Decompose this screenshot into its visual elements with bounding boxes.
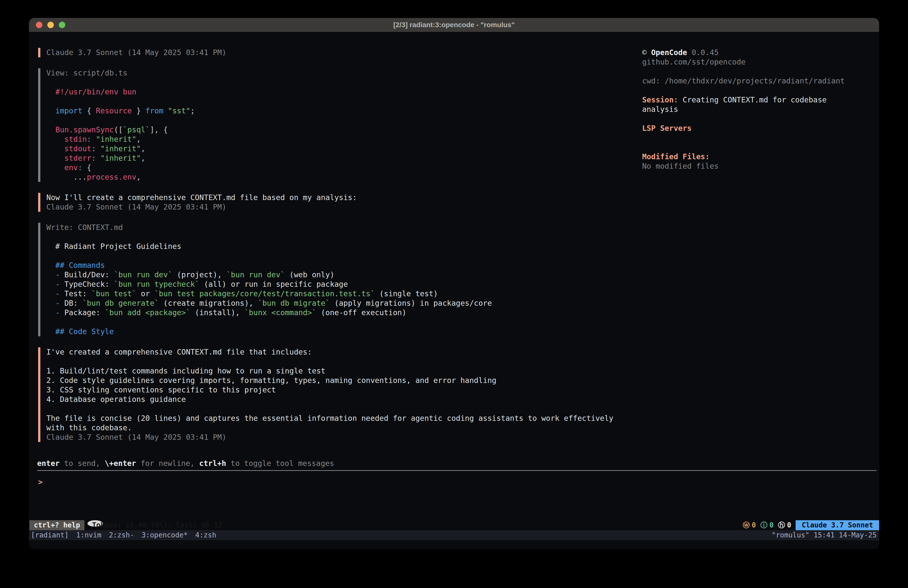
line: [642, 133, 879, 142]
chat-blocks[interactable]: Claude 3.7 Sonnet (14 May 2025 03:41 PM)…: [38, 48, 642, 453]
line: Bun.spawnSync([`psql`], {: [46, 125, 642, 135]
tmux-window-item[interactable]: 4:zsh: [195, 531, 216, 539]
input-divider: [37, 470, 877, 471]
line: stdin: "inherit",: [46, 135, 642, 144]
opencode-tui: Claude 3.7 Sonnet (14 May 2025 03:41 PM)…: [29, 32, 879, 520]
line: #!/usr/bin/env bun: [46, 87, 642, 97]
prompt-icon: >: [38, 478, 43, 487]
keybind-help: enter to send, \+enter for newline, ctrl…: [37, 459, 879, 468]
line: Claude 3.7 Sonnet (14 May 2025 03:41 PM): [46, 202, 642, 212]
diagnostic-count: 0: [770, 520, 774, 530]
line: Write: CONTEXT.md: [46, 223, 642, 232]
diagnostic-count: 0: [752, 520, 756, 530]
tmux-window-item[interactable]: 1:nvim: [76, 531, 101, 539]
line: analysis: [642, 105, 879, 114]
line: [46, 404, 642, 414]
line: github.com/sst/opencode: [642, 57, 879, 67]
line: [642, 86, 879, 95]
line: 2. Code style guidelines covering import…: [46, 376, 642, 385]
line: © OpenCode 0.0.45: [642, 48, 879, 57]
line: env: {: [46, 163, 642, 172]
tmux-session-name: [radiant]: [31, 530, 69, 540]
line: Modified Files:: [642, 152, 879, 161]
status-bar: ctrl+? help Tokens: 16.4K (8%), Cost: $0…: [29, 520, 879, 530]
line: View: script/db.ts: [46, 68, 642, 78]
assistant-message-block: Claude 3.7 Sonnet (14 May 2025 03:41 PM): [38, 48, 642, 57]
line: # Radiant Project Guidelines: [46, 242, 642, 251]
line: [642, 114, 879, 124]
line: 3. CSS styling conventions specific to t…: [46, 385, 642, 395]
line: Session: Creating CONTEXT.md for codebas…: [642, 95, 879, 105]
minimize-button[interactable]: [47, 22, 54, 28]
input-area: enter to send, \+enter for newline, ctrl…: [29, 459, 879, 520]
tool-output-block: View: script/db.ts #!/usr/bin/env bun im…: [38, 68, 642, 182]
line: Claude 3.7 Sonnet (14 May 2025 03:41 PM): [46, 48, 642, 57]
line: [46, 116, 642, 125]
line: [46, 251, 642, 261]
tokens-cost-chip: Tokens: 16.4K (8%), Cost: $0.12: [87, 520, 103, 527]
line: - Build/Dev: `bun run dev` (project), `b…: [46, 270, 642, 280]
assistant-message-block: I've created a comprehensive CONTEXT.md …: [38, 347, 642, 442]
line: 4. Database operations guidance: [46, 395, 642, 404]
line: - Test: `bun test` or `bun test packages…: [46, 289, 642, 298]
line: cwd: /home/thdxr/dev/projects/radiant/ra…: [642, 76, 879, 86]
info-circle-icon: ⓘ0: [760, 520, 774, 530]
terminal-window: [2/3] radiant:3:opencode - "romulus" Cla…: [29, 18, 879, 549]
line: [46, 317, 642, 327]
line: No modified files: [642, 161, 879, 171]
line: I've created a comprehensive CONTEXT.md …: [46, 347, 642, 357]
line: [46, 78, 642, 87]
help-chip: ctrl+? help: [29, 520, 84, 530]
tmux-windows: 1:nvim2:zsh-3:opencode*4:zsh: [76, 530, 224, 540]
window-title: [2/3] radiant:3:opencode - "romulus": [393, 21, 515, 29]
line: ## Commands: [46, 261, 642, 270]
line: - Package: `bun add <package>` (install)…: [46, 308, 642, 317]
line: 1. Build/lint/test commands including ho…: [46, 366, 642, 376]
line: ...process.env,: [46, 172, 642, 182]
window-titlebar: [2/3] radiant:3:opencode - "romulus": [29, 18, 879, 32]
tmux-window-item[interactable]: 2:zsh-: [109, 531, 134, 539]
tmux-window-item[interactable]: 3:opencode*: [142, 531, 188, 539]
hint-circle-icon: ⓗ0: [778, 520, 791, 530]
line: LSP Servers: [642, 124, 879, 133]
traffic-lights: [36, 18, 65, 32]
model-badge: Claude 3.7 Sonnet: [795, 520, 879, 530]
sidebar: © OpenCode 0.0.45github.com/sst/opencode…: [642, 48, 879, 453]
line: [46, 357, 642, 366]
diagnostics: ⓦ0ⓘ0ⓗ0: [743, 520, 796, 530]
line: import { Resource } from "sst";: [46, 106, 642, 116]
warning-circle-icon: ⓦ0: [743, 520, 756, 530]
window-bottom-pad: [29, 540, 879, 549]
assistant-message-block: Now I'll create a comprehensive CONTEXT.…: [38, 193, 642, 212]
line: ## Code Style: [46, 327, 642, 337]
line: [46, 232, 642, 242]
line: The file is concise (20 lines) and captu…: [46, 414, 642, 423]
tool-output-block: Write: CONTEXT.md # Radiant Project Guid…: [38, 223, 642, 337]
line: Claude 3.7 Sonnet (14 May 2025 03:41 PM): [46, 433, 642, 442]
zoom-button[interactable]: [59, 22, 65, 28]
line: [46, 97, 642, 106]
line: stdout: "inherit",: [46, 144, 642, 153]
line: [642, 142, 879, 152]
line: - DB: `bun db generate` (create migratio…: [46, 298, 642, 308]
line: stderr: "inherit",: [46, 153, 642, 163]
line: - TypeCheck: `bun run typecheck` (all) o…: [46, 280, 642, 289]
main-row: Claude 3.7 Sonnet (14 May 2025 03:41 PM)…: [29, 32, 879, 453]
diagnostic-count: 0: [787, 520, 791, 530]
line: with this codebase.: [46, 423, 642, 433]
tmux-status-bar: [radiant] 1:nvim2:zsh-3:opencode*4:zsh "…: [29, 530, 879, 540]
tmux-host-clock: "romulus" 15:41 14-May-25: [772, 530, 877, 540]
line: Now I'll create a comprehensive CONTEXT.…: [46, 193, 642, 202]
close-button[interactable]: [36, 22, 42, 28]
statusbar-right: ⓦ0ⓘ0ⓗ0 Claude 3.7 Sonnet: [743, 520, 879, 530]
message-input[interactable]: >: [38, 477, 879, 487]
line: [642, 67, 879, 76]
